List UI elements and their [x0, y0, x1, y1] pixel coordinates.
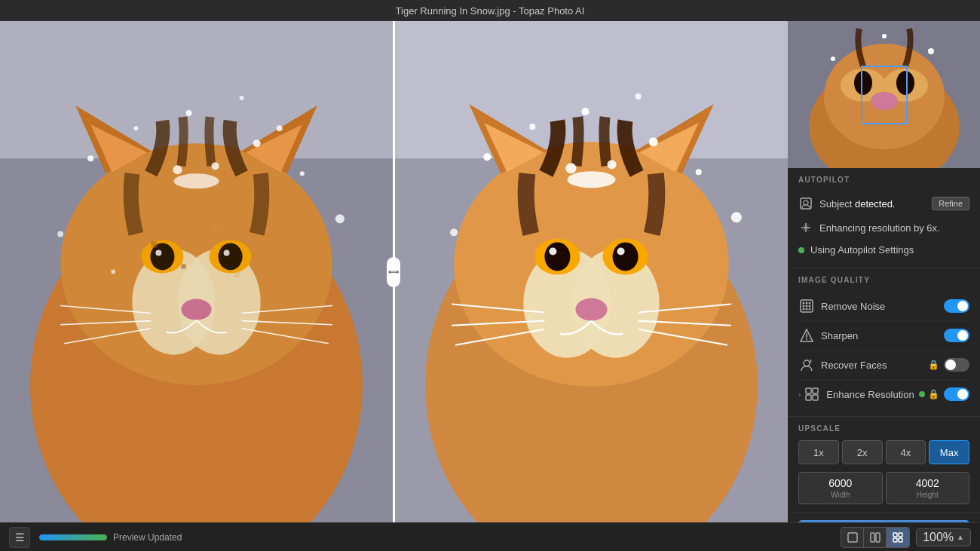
upscale-max-button[interactable]: Max: [929, 440, 969, 464]
enhance-resolution-icon: [804, 386, 820, 403]
svg-point-71: [567, 171, 615, 188]
menu-button[interactable]: ☰: [9, 527, 30, 548]
view-single-left-button[interactable]: [841, 528, 864, 547]
svg-point-70: [635, 93, 642, 99]
recover-faces-toggle[interactable]: [944, 358, 969, 372]
svg-point-32: [277, 125, 283, 131]
remove-noise-toggle[interactable]: [944, 299, 969, 313]
subject-label: Subject: [819, 198, 852, 210]
image-quality-title: IMAGE QUALITY: [798, 276, 969, 284]
sharpen-row: Sharpen: [798, 321, 969, 350]
view-split-button[interactable]: [864, 528, 887, 547]
autopilot-subject-row: Subject detected. Refine: [798, 191, 969, 216]
upscale-4x-button[interactable]: 4x: [886, 440, 926, 464]
autopilot-section: AUTOPILOT Subject detected. Refine: [788, 168, 980, 268]
enhance-resolution-active-indicator: [919, 391, 925, 397]
autopilot-title: AUTOPILOT: [798, 176, 969, 184]
settings-label: Using Autopilot Settings: [810, 244, 914, 256]
svg-point-90: [809, 302, 811, 305]
recover-faces-label: Recover Faces: [821, 360, 928, 371]
enhance-resolution-lock-icon: 🔒: [928, 389, 939, 399]
upscale-title: UPSCALE: [798, 424, 969, 433]
svg-point-24: [133, 126, 138, 130]
svg-point-63: [483, 153, 491, 161]
enhance-resolution-chevron[interactable]: ›: [798, 390, 801, 399]
svg-point-64: [529, 124, 535, 130]
image-area: ⟺: [0, 21, 788, 522]
svg-point-31: [111, 269, 115, 274]
before-image: [0, 21, 393, 522]
svg-point-25: [253, 139, 261, 147]
svg-point-54: [549, 247, 556, 255]
svg-point-67: [450, 228, 458, 236]
svg-point-52: [544, 242, 570, 271]
progress-bar: [39, 534, 107, 540]
svg-point-94: [803, 308, 805, 311]
width-box: 6000 Width: [798, 472, 883, 504]
sharpen-label: Sharpen: [821, 330, 944, 341]
progress-bar-fill: [39, 534, 107, 540]
split-divider[interactable]: ⟺: [393, 21, 395, 522]
svg-point-73: [608, 160, 617, 169]
recover-faces-icon: [798, 357, 815, 373]
svg-point-65: [649, 137, 658, 146]
svg-point-29: [185, 110, 191, 116]
resolution-label: Enhancing resolution by 6x.: [819, 222, 940, 234]
subject-icon: [798, 196, 813, 211]
svg-point-93: [809, 305, 811, 308]
svg-rect-41: [395, 21, 788, 158]
enhance-resolution-label: Enhance Resolution: [826, 389, 919, 400]
svg-point-16: [181, 299, 211, 320]
view-split-active-button[interactable]: [887, 528, 909, 547]
remove-noise-row: Remove Noise: [798, 292, 969, 321]
svg-rect-110: [893, 538, 897, 542]
svg-point-88: [803, 302, 805, 305]
upscale-2x-button[interactable]: 2x: [842, 440, 883, 464]
svg-rect-111: [899, 538, 902, 542]
remove-noise-label: Remove Noise: [821, 301, 944, 312]
svg-rect-105: [848, 533, 857, 542]
svg-point-56: [575, 298, 607, 321]
upscale-1x-button[interactable]: 1x: [798, 440, 839, 464]
upscale-section: UPSCALE 1x 2x 4x Max 6000 Width 4002 Hei…: [788, 417, 980, 513]
bottombar: ☰ Preview Updated 100% ▲: [0, 522, 980, 551]
recover-faces-knob: [945, 360, 956, 370]
preview-updated-text: Preview Updated: [113, 532, 182, 543]
svg-rect-101: [806, 388, 811, 393]
svg-point-91: [803, 305, 805, 308]
height-box: 4002 Height: [886, 472, 970, 504]
image-quality-section: IMAGE QUALITY: [788, 268, 980, 417]
svg-point-23: [87, 155, 93, 161]
svg-point-100: [804, 360, 810, 366]
main-area: ⟺: [0, 21, 980, 522]
svg-point-38: [173, 165, 182, 174]
svg-rect-106: [871, 533, 874, 542]
zoom-control: 100% ▲: [916, 528, 971, 546]
svg-rect-109: [899, 533, 902, 537]
titlebar: Tiger Running In Snow.jpg - Topaz Photo …: [0, 0, 980, 21]
svg-rect-108: [893, 533, 897, 537]
svg-point-96: [809, 308, 811, 311]
enhance-resolution-toggle[interactable]: [944, 387, 969, 401]
sharpen-toggle[interactable]: [944, 329, 969, 342]
svg-point-39: [212, 162, 219, 170]
autopilot-resolution-row: Enhancing resolution by 6x.: [798, 216, 969, 240]
recover-faces-row: Recover Faces 🔒: [798, 350, 969, 380]
svg-rect-35: [181, 264, 185, 268]
svg-rect-34: [212, 226, 218, 232]
svg-point-84: [882, 34, 887, 38]
svg-point-82: [831, 57, 835, 61]
thumbnail-area: [788, 21, 980, 168]
window-title: Tiger Running In Snow.jpg - Topaz Photo …: [396, 5, 585, 17]
svg-point-80: [896, 71, 914, 95]
svg-point-92: [806, 305, 808, 308]
after-panel: [395, 21, 788, 522]
refine-button[interactable]: Refine: [932, 197, 969, 210]
svg-rect-107: [876, 533, 880, 542]
upscale-button-group: 1x 2x 4x Max: [798, 440, 969, 464]
svg-point-28: [335, 214, 345, 223]
svg-point-69: [581, 108, 589, 115]
zoom-expand-icon[interactable]: ▲: [957, 533, 964, 541]
subject-detected-text: Subject detected.: [819, 198, 932, 210]
svg-point-66: [696, 169, 702, 175]
